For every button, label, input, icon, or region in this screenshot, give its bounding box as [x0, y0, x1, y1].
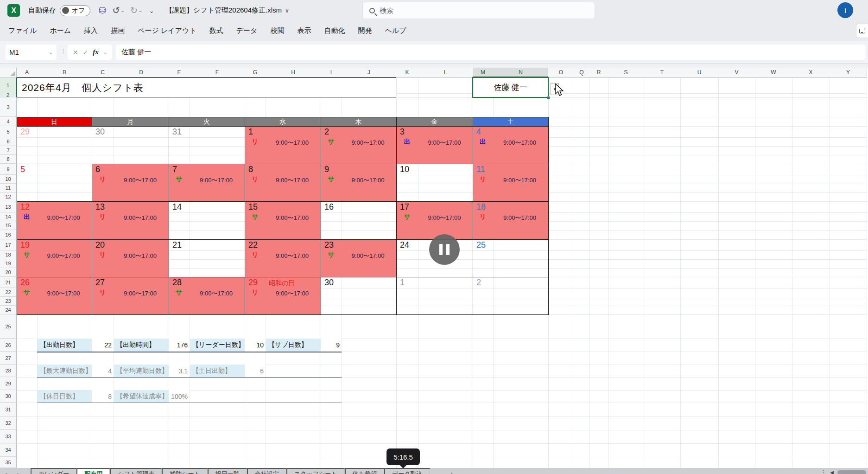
day-header-日[interactable]: 日: [17, 117, 92, 126]
row-header-18[interactable]: 18: [0, 250, 17, 259]
ribbon-tab-数式[interactable]: 数式: [203, 22, 230, 39]
row-header-32[interactable]: 32: [0, 416, 17, 430]
column-header-S[interactable]: S: [608, 68, 644, 77]
comments-button[interactable]: [856, 24, 868, 38]
redo-caret-icon[interactable]: ⌄: [139, 8, 142, 13]
day-header-金[interactable]: 金: [396, 117, 473, 126]
cancel-icon[interactable]: ✕: [73, 49, 78, 56]
calendar-day-8[interactable]: 8リ9:00〜17:00: [245, 164, 321, 201]
fill-handle[interactable]: [547, 96, 550, 99]
column-header-Y[interactable]: Y: [830, 68, 867, 77]
ribbon-tab-ホーム[interactable]: ホーム: [43, 22, 77, 39]
calendar-day-21[interactable]: 21: [169, 239, 245, 277]
ribbon-tab-ファイル[interactable]: ファイル: [2, 22, 43, 39]
calendar-day-20[interactable]: 20リ9:00〜17:00: [92, 239, 169, 277]
avatar[interactable]: I: [837, 2, 853, 18]
calendar-day-13[interactable]: 13リ9:00〜17:00: [92, 201, 169, 239]
row-header-34[interactable]: 34: [0, 443, 17, 457]
calendar-day-23[interactable]: 23サ9:00〜17:00: [321, 239, 396, 277]
column-header-M[interactable]: M: [473, 68, 494, 77]
calendar-day-17[interactable]: 17サ9:00〜17:00: [396, 201, 473, 239]
column-header-C[interactable]: C: [92, 68, 114, 77]
ribbon-tab-ヘルプ[interactable]: ヘルプ: [378, 22, 412, 39]
undo-caret-icon[interactable]: ⌄: [121, 8, 125, 13]
day-header-木[interactable]: 木: [321, 117, 396, 126]
calendar-day-9[interactable]: 9サ9:00〜17:00: [321, 164, 396, 201]
calendar-day-30[interactable]: 30: [321, 277, 396, 314]
sheet-tab-カレンダー[interactable]: カレンダー: [31, 468, 76, 474]
ribbon-tab-開発[interactable]: 開発: [351, 22, 378, 39]
column-header-I[interactable]: I: [321, 68, 342, 77]
ribbon-tab-校閲[interactable]: 校閲: [264, 22, 291, 39]
row-header-29[interactable]: 29: [0, 377, 17, 390]
row-header-27[interactable]: 27: [0, 352, 17, 365]
column-header-U[interactable]: U: [680, 68, 719, 77]
row-header-8[interactable]: 8: [0, 155, 17, 164]
row-header-35[interactable]: 35: [0, 457, 17, 468]
column-header-F[interactable]: F: [190, 68, 245, 77]
ribbon-tab-データ[interactable]: データ: [230, 22, 264, 39]
calendar-day-2[interactable]: 2: [473, 277, 548, 314]
sheet-tab-データ取込[interactable]: データ取込: [384, 468, 430, 474]
calendar-day-29[interactable]: 29: [17, 126, 92, 164]
sheet-tab-補助シート[interactable]: 補助シート: [162, 468, 208, 474]
day-header-水[interactable]: 水: [245, 117, 321, 126]
title-cell[interactable]: 2026年4月 個人シフト表: [17, 77, 396, 97]
ribbon-tab-描画[interactable]: 描画: [104, 22, 131, 39]
column-header-E[interactable]: E: [169, 68, 190, 77]
row-header-33[interactable]: 33: [0, 430, 17, 443]
calendar-day-7[interactable]: 7サ9:00〜17:00: [169, 164, 245, 201]
sheet-nav-right-icon[interactable]: ›: [12, 468, 24, 474]
ribbon-tab-自動化[interactable]: 自動化: [317, 22, 351, 39]
scrollbar-thumb[interactable]: [837, 470, 866, 474]
column-header-A[interactable]: A: [17, 68, 38, 77]
column-header-H[interactable]: H: [266, 68, 321, 77]
excel-app-icon[interactable]: X: [7, 4, 20, 17]
calendar-day-30[interactable]: 30: [92, 126, 169, 164]
calendar-day-18[interactable]: 18リ9:00〜17:00: [473, 201, 548, 239]
calendar-day-26[interactable]: 26サ9:00〜17:00: [17, 277, 92, 314]
row-header-1[interactable]: 1: [0, 77, 17, 93]
calendar-day-4[interactable]: 4出9:00〜17:00: [473, 126, 548, 164]
day-header-火[interactable]: 火: [169, 117, 245, 126]
calendar-day-11[interactable]: 11リ9:00〜17:00: [473, 164, 548, 201]
row-header-7[interactable]: 7: [0, 146, 17, 155]
sheet-nav-left-icon[interactable]: ‹: [0, 468, 12, 474]
add-sheet-button[interactable]: ＋: [444, 468, 460, 474]
column-header-Q[interactable]: Q: [574, 68, 590, 77]
calendar-day-10[interactable]: 10: [396, 164, 473, 201]
row-header-24[interactable]: 24: [0, 306, 17, 314]
quick-access-chevron-icon[interactable]: ⌄: [149, 7, 154, 14]
name-box-caret-icon[interactable]: ⌄: [49, 50, 53, 55]
row-header-19[interactable]: 19: [0, 259, 17, 268]
redo-icon[interactable]: ↻: [130, 6, 138, 15]
insert-function-icon[interactable]: fx: [93, 48, 99, 56]
column-header-N[interactable]: N: [493, 68, 549, 77]
ribbon-tab-ページ レイアウト[interactable]: ページ レイアウト: [131, 22, 203, 39]
row-header-12[interactable]: 12: [0, 192, 17, 201]
column-header-V[interactable]: V: [718, 68, 755, 77]
calendar-day-1[interactable]: 1: [396, 277, 473, 314]
row-header-22[interactable]: 22: [0, 288, 17, 297]
row-header-13[interactable]: 13: [0, 201, 17, 212]
autosave-toggle[interactable]: オフ: [60, 5, 90, 16]
column-header-R[interactable]: R: [589, 68, 608, 77]
calendar-day-29[interactable]: 29昭和の日リ9:00〜17:00: [245, 277, 321, 314]
pause-button[interactable]: [429, 234, 460, 265]
calendar-day-19[interactable]: 19サ9:00〜17:00: [17, 239, 92, 277]
selected-cell-m1[interactable]: 佐藤 健一: [472, 77, 549, 98]
calendar-day-6[interactable]: 6リ9:00〜17:00: [92, 164, 169, 201]
calendar-day-12[interactable]: 12出9:00〜17:00: [17, 201, 92, 239]
search-input[interactable]: [380, 6, 565, 14]
calendar-day-14[interactable]: 14: [169, 201, 245, 239]
row-header-4[interactable]: 4: [0, 117, 17, 126]
row-header-2[interactable]: 2: [0, 93, 17, 97]
row-header-26[interactable]: 26: [0, 339, 17, 352]
column-header-T[interactable]: T: [644, 68, 681, 77]
row-header-9[interactable]: 9: [0, 164, 17, 175]
row-header-5[interactable]: 5: [0, 126, 17, 137]
row-header-31[interactable]: 31: [0, 403, 17, 416]
ribbon-tab-挿入[interactable]: 挿入: [77, 22, 104, 39]
formula-input[interactable]: 佐藤 健一: [116, 45, 866, 60]
horizontal-scrollbar[interactable]: ⋮ ◀: [821, 469, 866, 474]
